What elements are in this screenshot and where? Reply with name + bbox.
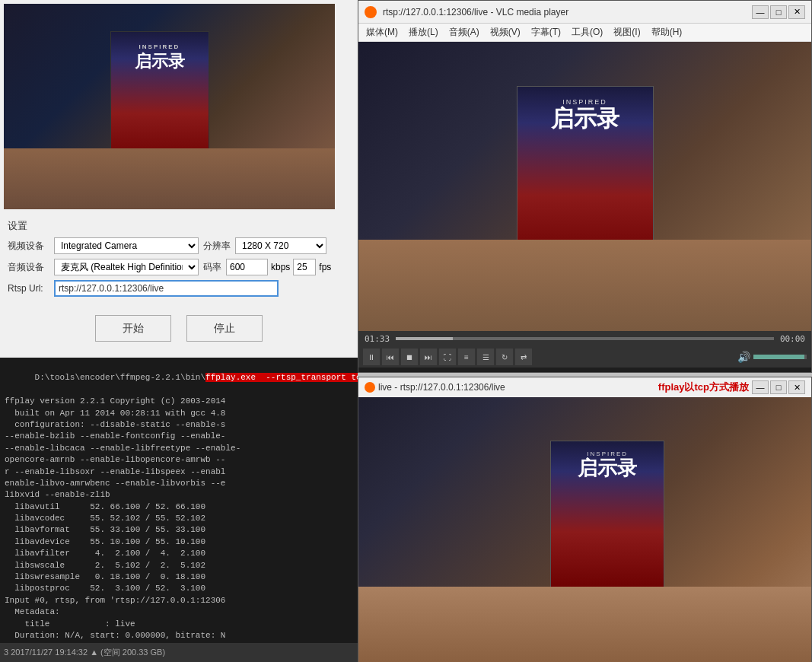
ffplay-titlebar: live - rtsp://127.0.0.1:12306/live ffpla… [358, 377, 811, 397]
fps-label: fps [319, 262, 331, 272]
video-device-label: 视频设备 [8, 240, 49, 253]
preview-book-main: 启示录 [111, 50, 209, 73]
kbps-label: kbps [271, 262, 290, 272]
ffplay-window-buttons: — □ ✕ [752, 380, 805, 394]
resolution-select[interactable]: 1280 X 720 [235, 237, 326, 254]
console-line-21: Duration: N/A, start: 0.000000, bitrate:… [5, 630, 353, 641]
audio-device-label: 音频设备 [8, 261, 49, 274]
camera-preview: INSPIRED 启示录 [4, 4, 335, 209]
vlc-table-surface [358, 240, 811, 331]
console-line-16: libswresample 0. 18.100 / 0. 18.100 [5, 571, 353, 583]
console-line-9: libxvid --enable-zlib [5, 489, 353, 501]
ffplay-title: live - rtsp://127.0.0.1:12306/live [378, 382, 655, 393]
ffplay-video-background: INSPIRED 启示录 [358, 397, 811, 662]
fps-input[interactable] [293, 259, 316, 275]
vlc-menu-audio[interactable]: 音频(A) [444, 24, 484, 40]
bitrate-input[interactable] [226, 259, 268, 275]
taskbar-text: 3 2017/11/27 19:14:32 ▲ (空间 200.33 GB) [4, 647, 165, 658]
audio-device-select[interactable]: 麦克风 (Realtek High Definition Audi [54, 259, 199, 275]
console-line-19: Metadata: [5, 606, 353, 618]
vlc-maximize-button[interactable]: □ [770, 5, 787, 19]
console-line-6: opencore-amrnb --enable-libopencore-amrw… [5, 454, 353, 466]
vlc-volume-section: 🔊 [737, 351, 807, 363]
vlc-minimize-button[interactable]: — [752, 5, 769, 19]
vlc-volume-slider[interactable] [753, 355, 807, 359]
vlc-menubar: 媒体(M) 播放(L) 音频(A) 视频(V) 字幕(T) 工具(O) 视图(I… [358, 24, 811, 42]
vlc-window: rtsp://127.0.0.1:12306/live - VLC media … [358, 0, 812, 373]
console-highlight-cmd: ffplay.exe --rtsp_transport tcp rtsp://1… [205, 373, 358, 382]
video-device-row: 视频设备 Integrated Camera 分辨率 1280 X 720 [8, 237, 350, 254]
vlc-menu-view[interactable]: 视图(I) [609, 24, 645, 40]
vlc-video-area: INSPIRED 启示录 [358, 42, 811, 331]
vlc-close-button[interactable]: ✕ [788, 5, 805, 19]
vlc-next-button[interactable]: ⏭ [420, 349, 437, 365]
preview-book: INSPIRED 启示录 [110, 31, 209, 168]
ffplay-close-button[interactable]: ✕ [788, 380, 805, 394]
vlc-book-content: INSPIRED 启示录 [517, 87, 653, 142]
vlc-fullscreen-button[interactable]: ⛶ [439, 349, 456, 365]
vlc-book-inspired: INSPIRED [525, 98, 645, 106]
console-line-20: title : live [5, 619, 353, 630]
console-line-11: libavcodec 55. 52.102 / 55. 52.102 [5, 513, 353, 524]
console-area: D:\tools\encoder\ffmpeg-2.2.1\bin\ffplay… [0, 358, 358, 662]
vlc-app-icon [365, 6, 377, 18]
console-line-14: libavfilter 4. 2.100 / 4. 2.100 [5, 548, 353, 559]
vlc-seek-fill [396, 337, 453, 340]
vlc-loop-button[interactable]: ↻ [496, 349, 513, 365]
ffplay-minimize-button[interactable]: — [752, 380, 769, 394]
vlc-time-current: 01:33 [365, 334, 390, 344]
vlc-controls-row: ⏸ ⏮ ⏹ ⏭ ⛶ ≡ ☰ ↻ ⇄ 🔊 [358, 346, 811, 368]
vlc-volume-fill [753, 355, 804, 359]
resolution-label: 分辨率 [203, 240, 231, 253]
vlc-time-end: 00:00 [780, 334, 805, 344]
console-line-10: libavutil 52. 66.100 / 52. 66.100 [5, 501, 353, 513]
vlc-playlist-button[interactable]: ☰ [477, 349, 494, 365]
vlc-timebar: 01:33 00:00 [358, 331, 811, 346]
vlc-stop-button[interactable]: ⏹ [401, 349, 418, 365]
console-line-15: libswscale 2. 5.102 / 2. 5.102 [5, 560, 353, 571]
preview-book-inspired: INSPIRED [111, 43, 209, 50]
taskbar: 3 2017/11/27 19:14:32 ▲ (空间 200.33 GB) [0, 643, 358, 662]
vlc-shuffle-button[interactable]: ⇄ [515, 349, 532, 365]
vlc-menu-help[interactable]: 帮助(H) [647, 24, 687, 40]
console-line-1: ffplay version 2.2.1 Copyright (c) 2003-… [5, 396, 353, 407]
vlc-menu-video[interactable]: 视频(V) [486, 24, 525, 40]
settings-section: 设置 视频设备 Integrated Camera 分辨率 1280 X 720… [0, 213, 358, 309]
vlc-menu-media[interactable]: 媒体(M) [361, 24, 403, 40]
ffplay-book-main: 启示录 [557, 457, 658, 479]
ffplay-book-content: INSPIRED 启示录 [551, 441, 664, 489]
ffplay-video-area: INSPIRED 启示录 [358, 397, 811, 662]
ffplay-window: live - rtsp://127.0.0.1:12306/live ffpla… [358, 377, 812, 662]
console-line-4: --enable-bzlib --enable-fontconfig --ena… [5, 431, 353, 442]
console-line-8: enable-libvo-amrwbenc --enable-libvorbis… [5, 478, 353, 489]
vlc-seekbar[interactable] [396, 337, 774, 340]
preview-table-surface [4, 148, 335, 209]
button-row: 开始 停止 [0, 309, 358, 348]
console-line-18: Input #0, rtsp, from 'rtsp://127.0.0.1:1… [5, 595, 353, 606]
vlc-extended-button[interactable]: ≡ [458, 349, 475, 365]
ffplay-book: INSPIRED 启示录 [550, 441, 664, 593]
vlc-book-main: 启示录 [525, 106, 645, 131]
video-device-select[interactable]: Integrated Camera [54, 237, 199, 254]
vlc-menu-play[interactable]: 播放(L) [404, 24, 443, 40]
vlc-titlebar: rtsp://127.0.0.1:12306/live - VLC media … [358, 1, 811, 24]
console-line-7: r --enable-libsoxr --enable-libspeex --e… [5, 466, 353, 478]
vlc-menu-tools[interactable]: 工具(O) [567, 24, 607, 40]
rtsp-url-input[interactable] [54, 280, 279, 297]
ffplay-maximize-button[interactable]: □ [770, 380, 787, 394]
vlc-pause-button[interactable]: ⏸ [363, 349, 380, 365]
vlc-volume-icon: 🔊 [737, 351, 750, 363]
console-line-5: --enable-libcaca --enable-libfreetype --… [5, 443, 353, 454]
console-line-17: libpostproc 52. 3.100 / 52. 3.100 [5, 583, 353, 594]
console-line-3: configuration: --disable-static --enable… [5, 419, 353, 431]
start-button[interactable]: 开始 [95, 315, 171, 342]
ffplay-label: ffplay以tcp方式播放 [658, 380, 749, 394]
stop-button[interactable]: 停止 [186, 315, 263, 342]
bitrate-label: 码率 [203, 261, 221, 274]
vlc-menu-subtitle[interactable]: 字幕(T) [527, 24, 565, 40]
console-line-13: libavdevice 55. 10.100 / 55. 10.100 [5, 536, 353, 548]
vlc-prev-button[interactable]: ⏮ [382, 349, 399, 365]
audio-device-row: 音频设备 麦克风 (Realtek High Definition Audi 码… [8, 259, 350, 275]
console-line-cmd: D:\tools\encoder\ffmpeg-2.2.1\bin\ffplay… [5, 361, 353, 396]
console-line-12: libavformat 55. 33.100 / 55. 33.100 [5, 524, 353, 536]
